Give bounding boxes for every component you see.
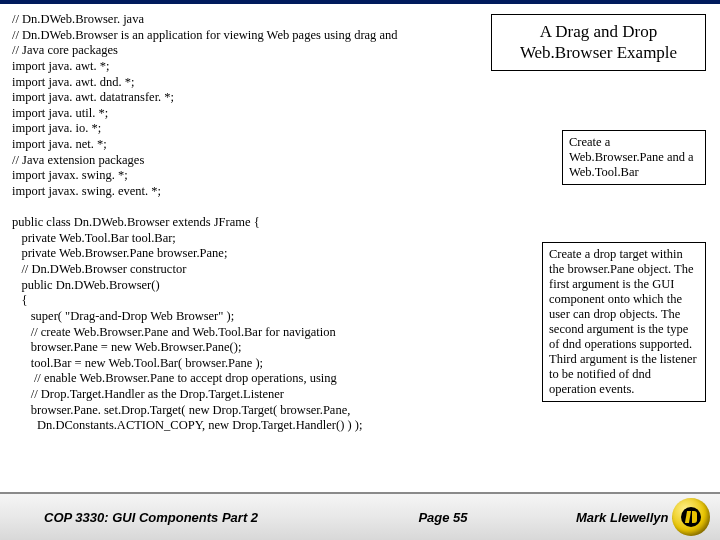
footer-course: COP 3330: GUI Components Part 2 bbox=[0, 510, 418, 525]
code-listing: // Dn.DWeb.Browser. java // Dn.DWeb.Brow… bbox=[12, 12, 572, 434]
slide-frame: // Dn.DWeb.Browser. java // Dn.DWeb.Brow… bbox=[0, 0, 720, 540]
footer-bar: COP 3330: GUI Components Part 2 Page 55 … bbox=[0, 492, 720, 540]
content-area: // Dn.DWeb.Browser. java // Dn.DWeb.Brow… bbox=[12, 12, 708, 490]
title-line-1: A Drag and Drop bbox=[496, 21, 701, 42]
callout-create-pane: Create a Web.Browser.Pane and a Web.Tool… bbox=[562, 130, 706, 185]
title-line-2: Web.Browser Example bbox=[496, 42, 701, 63]
ucf-logo-inner bbox=[681, 507, 701, 527]
ucf-logo bbox=[672, 498, 710, 536]
title-callout: A Drag and Drop Web.Browser Example bbox=[491, 14, 706, 71]
callout-drop-target: Create a drop target within the browser.… bbox=[542, 242, 706, 402]
footer-page: Page 55 bbox=[418, 510, 548, 525]
